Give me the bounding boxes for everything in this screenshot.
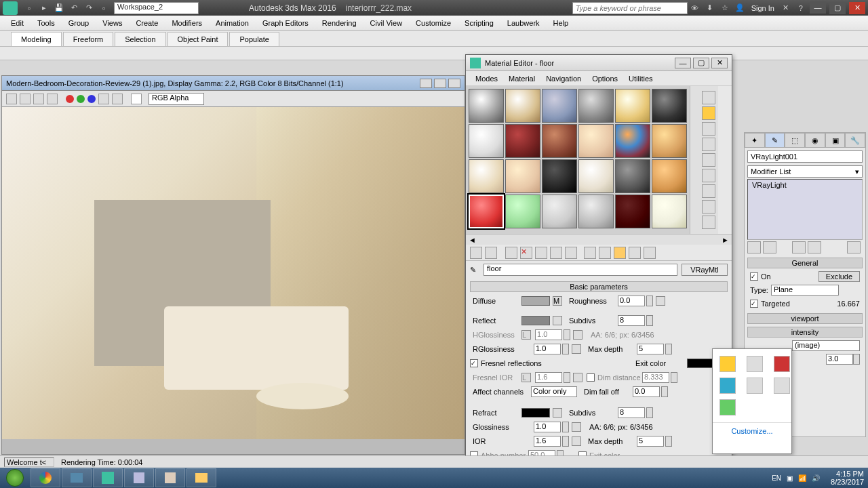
spinner-buttons[interactable] [665, 436, 672, 447]
menu-views[interactable]: Views [96, 17, 129, 29]
intensity-spinner[interactable]: 3.0 [826, 354, 853, 365]
popup-sync-icon[interactable] [719, 399, 736, 415]
fresnelior-spinner[interactable]: 1.6 [535, 372, 562, 383]
hgloss-spinner[interactable]: 1.0 [535, 329, 562, 340]
backlight-icon[interactable] [702, 106, 715, 120]
x-icon[interactable]: ✕ [780, 2, 792, 14]
material-slot[interactable] [469, 159, 504, 193]
channel-green-icon[interactable] [77, 95, 85, 103]
type-select[interactable]: Plane [771, 285, 839, 296]
refract-swatch[interactable] [521, 408, 550, 418]
me-menu-modes[interactable]: Modes [470, 73, 503, 84]
menu-help[interactable]: Help [547, 17, 576, 29]
reset-map-icon[interactable]: ✕ [520, 247, 532, 259]
material-slot[interactable] [652, 89, 687, 123]
channel-mono-icon[interactable] [112, 94, 123, 104]
spinner-buttons[interactable] [646, 407, 653, 418]
tab-modeling[interactable]: Modeling [11, 32, 62, 46]
on-checkbox[interactable] [750, 272, 758, 281]
modify-tab-icon[interactable]: ✎ [765, 133, 785, 148]
tab-freeform[interactable]: Freeform [63, 32, 114, 46]
menu-group[interactable]: Group [62, 17, 96, 29]
exchange-icon[interactable]: ⬇ [704, 2, 716, 14]
general-rollout[interactable]: General [747, 258, 863, 268]
spinner-buttons[interactable] [562, 436, 569, 447]
targeted-checkbox[interactable] [750, 300, 758, 308]
taskbar-folder[interactable] [186, 468, 216, 487]
make-copy-icon[interactable] [535, 247, 547, 259]
video-check-icon[interactable] [702, 153, 715, 167]
refract-map-button[interactable] [553, 408, 562, 418]
create-tab-icon[interactable]: ✦ [745, 133, 765, 148]
spinner-buttons[interactable] [564, 329, 570, 340]
material-slot[interactable] [505, 159, 540, 193]
me-menu-navigation[interactable]: Navigation [540, 73, 587, 84]
fresnelior-map-button[interactable] [573, 373, 583, 382]
material-slot-selected[interactable] [469, 195, 504, 228]
material-type-button[interactable]: VRayMtl [682, 264, 728, 276]
object-name-field[interactable] [747, 150, 863, 163]
taskbar-app[interactable] [155, 468, 185, 487]
select-by-mat-icon[interactable] [702, 200, 715, 214]
material-slot[interactable] [652, 124, 687, 158]
get-material-icon[interactable] [470, 247, 482, 259]
hierarchy-tab-icon[interactable]: ⬚ [785, 133, 805, 148]
channel-blue-icon[interactable] [87, 95, 96, 103]
rfw-min-icon[interactable] [420, 79, 432, 88]
menu-tools[interactable]: Tools [31, 17, 62, 29]
menu-edit[interactable]: Edit [4, 17, 31, 29]
channel-alpha-icon[interactable] [98, 94, 109, 104]
modifier-list-select[interactable]: Modifier List▾ [747, 165, 863, 178]
utilities-tab-icon[interactable]: 🔧 [845, 133, 865, 148]
workspace-select[interactable]: Workspace_2 [114, 2, 199, 14]
channel-red-icon[interactable] [66, 95, 74, 103]
menu-customize[interactable]: Customize [409, 17, 458, 29]
menu-animation[interactable]: Animation [209, 17, 256, 29]
ior-spinner[interactable]: 1.6 [534, 436, 561, 447]
diffuse-swatch[interactable] [521, 296, 550, 306]
spinner-buttons[interactable] [853, 354, 860, 365]
material-slot[interactable] [542, 195, 577, 228]
copy-image-icon[interactable] [20, 94, 31, 104]
me-menu-utilities[interactable]: Utilities [623, 73, 658, 84]
rfw-max-icon[interactable] [434, 79, 446, 88]
assign-to-sel-icon[interactable] [505, 247, 517, 259]
customize-link[interactable]: Customize... [713, 422, 791, 439]
popup-autodesk-icon[interactable] [719, 378, 736, 394]
motion-tab-icon[interactable]: ◉ [805, 133, 825, 148]
favorite-icon[interactable]: ☆ [719, 2, 731, 14]
refr-subdivs-spinner[interactable]: 8 [618, 407, 645, 418]
popup-folder-icon[interactable] [774, 378, 790, 394]
system-tray[interactable]: EN ▣ 📶 🔊 [765, 474, 827, 482]
refr-gloss-spinner[interactable]: 1.0 [534, 422, 561, 432]
modifier-stack[interactable]: VRayLight [747, 179, 863, 240]
material-slot[interactable] [505, 124, 540, 158]
menu-scripting[interactable]: Scripting [458, 17, 500, 29]
rfw-close-icon[interactable] [448, 79, 460, 88]
material-slot[interactable] [652, 195, 687, 228]
material-slot-scrollbar[interactable]: ◄► [466, 234, 732, 245]
tray-volume-icon[interactable]: 🔊 [812, 474, 820, 482]
menu-create[interactable]: Create [129, 17, 165, 29]
subdivs-spinner[interactable]: 8 [618, 315, 645, 326]
material-slot[interactable] [505, 89, 540, 123]
dimdist-spinner[interactable]: 8.333 [642, 372, 669, 383]
viewport-rollout[interactable]: viewport [747, 313, 863, 324]
signin-link[interactable]: Sign In [751, 4, 774, 12]
affect-channels-select[interactable]: Color only [531, 386, 577, 397]
spinner-buttons[interactable] [665, 344, 672, 354]
swatch-white[interactable] [131, 94, 142, 104]
show-result-icon[interactable] [763, 241, 776, 253]
undo-icon[interactable]: ↶ [68, 2, 80, 14]
roughness-spinner[interactable]: 0.0 [618, 296, 645, 306]
link-icon[interactable]: ▫ [98, 2, 110, 14]
pin-stack-icon[interactable] [747, 241, 761, 253]
display-tab-icon[interactable]: ▣ [825, 133, 846, 148]
rgloss-map-button[interactable] [572, 344, 581, 354]
spinner-buttons[interactable] [646, 315, 653, 326]
material-slot[interactable] [578, 195, 614, 228]
redo-icon[interactable]: ↷ [83, 2, 95, 14]
help-icon[interactable]: ? [795, 2, 807, 14]
menu-grapheditors[interactable]: Graph Editors [256, 17, 315, 29]
spinner-buttons[interactable] [661, 386, 668, 397]
